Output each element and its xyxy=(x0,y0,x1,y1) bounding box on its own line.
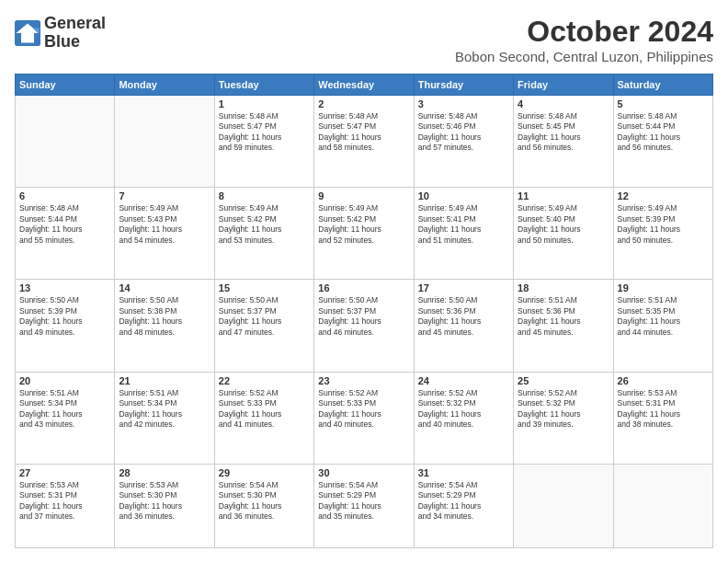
day-number: 27 xyxy=(19,467,110,478)
calendar-cell: 29Sunrise: 5:54 AM Sunset: 5:30 PM Dayli… xyxy=(214,464,313,547)
weekday-header-row: SundayMondayTuesdayWednesdayThursdayFrid… xyxy=(16,75,713,96)
day-info: Sunrise: 5:52 AM Sunset: 5:32 PM Dayligh… xyxy=(418,388,509,431)
day-info: Sunrise: 5:49 AM Sunset: 5:40 PM Dayligh… xyxy=(518,203,609,246)
day-info: Sunrise: 5:49 AM Sunset: 5:43 PM Dayligh… xyxy=(119,203,210,246)
weekday-header-sunday: Sunday xyxy=(16,75,115,96)
day-number: 24 xyxy=(418,375,509,386)
calendar-cell xyxy=(115,96,214,188)
day-info: Sunrise: 5:49 AM Sunset: 5:39 PM Dayligh… xyxy=(618,203,709,246)
day-info: Sunrise: 5:48 AM Sunset: 5:47 PM Dayligh… xyxy=(318,111,409,154)
calendar-cell: 1Sunrise: 5:48 AM Sunset: 5:47 PM Daylig… xyxy=(214,96,313,188)
calendar-week-1: 6Sunrise: 5:48 AM Sunset: 5:44 PM Daylig… xyxy=(16,188,713,280)
day-info: Sunrise: 5:52 AM Sunset: 5:33 PM Dayligh… xyxy=(318,388,409,431)
day-number: 8 xyxy=(219,190,310,201)
calendar-week-3: 20Sunrise: 5:51 AM Sunset: 5:34 PM Dayli… xyxy=(16,372,713,464)
day-number: 23 xyxy=(318,375,409,386)
logo-icon xyxy=(15,20,40,46)
calendar-cell: 9Sunrise: 5:49 AM Sunset: 5:42 PM Daylig… xyxy=(314,188,414,280)
calendar-cell: 6Sunrise: 5:48 AM Sunset: 5:44 PM Daylig… xyxy=(16,188,115,280)
header: General Blue October 2024 Bobon Second, … xyxy=(15,15,713,64)
calendar-cell: 5Sunrise: 5:48 AM Sunset: 5:44 PM Daylig… xyxy=(613,96,712,188)
day-info: Sunrise: 5:52 AM Sunset: 5:32 PM Dayligh… xyxy=(518,388,609,431)
location-title: Bobon Second, Central Luzon, Philippines xyxy=(455,49,713,64)
day-info: Sunrise: 5:50 AM Sunset: 5:37 PM Dayligh… xyxy=(318,295,409,338)
day-number: 28 xyxy=(119,467,210,478)
calendar-cell: 22Sunrise: 5:52 AM Sunset: 5:33 PM Dayli… xyxy=(214,372,313,464)
day-number: 7 xyxy=(119,190,210,201)
calendar-cell xyxy=(16,96,115,188)
calendar-cell: 7Sunrise: 5:49 AM Sunset: 5:43 PM Daylig… xyxy=(115,188,214,280)
day-number: 19 xyxy=(618,282,709,293)
calendar-cell: 21Sunrise: 5:51 AM Sunset: 5:34 PM Dayli… xyxy=(115,372,214,464)
calendar-cell: 18Sunrise: 5:51 AM Sunset: 5:36 PM Dayli… xyxy=(514,280,613,372)
day-number: 2 xyxy=(318,98,409,109)
day-info: Sunrise: 5:54 AM Sunset: 5:30 PM Dayligh… xyxy=(219,480,310,523)
day-number: 31 xyxy=(418,467,509,478)
logo: General Blue xyxy=(15,15,106,52)
weekday-header-wednesday: Wednesday xyxy=(314,75,414,96)
day-number: 1 xyxy=(219,98,310,109)
calendar-week-4: 27Sunrise: 5:53 AM Sunset: 5:31 PM Dayli… xyxy=(16,464,713,547)
day-info: Sunrise: 5:48 AM Sunset: 5:45 PM Dayligh… xyxy=(518,111,609,154)
day-number: 9 xyxy=(318,190,409,201)
weekday-header-friday: Friday xyxy=(514,75,613,96)
calendar-cell: 19Sunrise: 5:51 AM Sunset: 5:35 PM Dayli… xyxy=(613,280,712,372)
weekday-header-thursday: Thursday xyxy=(414,75,513,96)
calendar-week-2: 13Sunrise: 5:50 AM Sunset: 5:39 PM Dayli… xyxy=(16,280,713,372)
calendar-cell: 10Sunrise: 5:49 AM Sunset: 5:41 PM Dayli… xyxy=(414,188,513,280)
calendar-cell: 13Sunrise: 5:50 AM Sunset: 5:39 PM Dayli… xyxy=(16,280,115,372)
calendar-table: SundayMondayTuesdayWednesdayThursdayFrid… xyxy=(15,74,713,548)
day-number: 5 xyxy=(618,98,709,109)
page: General Blue October 2024 Bobon Second, … xyxy=(0,0,728,563)
weekday-header-saturday: Saturday xyxy=(613,75,712,96)
day-info: Sunrise: 5:49 AM Sunset: 5:41 PM Dayligh… xyxy=(418,203,509,246)
day-number: 17 xyxy=(418,282,509,293)
day-number: 11 xyxy=(518,190,609,201)
calendar-cell: 20Sunrise: 5:51 AM Sunset: 5:34 PM Dayli… xyxy=(16,372,115,464)
day-info: Sunrise: 5:48 AM Sunset: 5:46 PM Dayligh… xyxy=(418,111,509,154)
calendar-cell: 30Sunrise: 5:54 AM Sunset: 5:29 PM Dayli… xyxy=(314,464,414,547)
calendar-cell: 25Sunrise: 5:52 AM Sunset: 5:32 PM Dayli… xyxy=(514,372,613,464)
day-number: 13 xyxy=(19,282,110,293)
day-number: 4 xyxy=(518,98,609,109)
logo-line2: Blue xyxy=(44,33,106,52)
day-info: Sunrise: 5:51 AM Sunset: 5:36 PM Dayligh… xyxy=(518,295,609,338)
day-info: Sunrise: 5:48 AM Sunset: 5:44 PM Dayligh… xyxy=(19,203,110,246)
calendar-week-0: 1Sunrise: 5:48 AM Sunset: 5:47 PM Daylig… xyxy=(16,96,713,188)
day-info: Sunrise: 5:51 AM Sunset: 5:35 PM Dayligh… xyxy=(618,295,709,338)
logo-text: General Blue xyxy=(44,15,106,52)
day-info: Sunrise: 5:49 AM Sunset: 5:42 PM Dayligh… xyxy=(318,203,409,246)
calendar-cell: 16Sunrise: 5:50 AM Sunset: 5:37 PM Dayli… xyxy=(314,280,414,372)
calendar-cell: 14Sunrise: 5:50 AM Sunset: 5:38 PM Dayli… xyxy=(115,280,214,372)
calendar-cell: 2Sunrise: 5:48 AM Sunset: 5:47 PM Daylig… xyxy=(314,96,414,188)
calendar-cell: 8Sunrise: 5:49 AM Sunset: 5:42 PM Daylig… xyxy=(214,188,313,280)
day-number: 6 xyxy=(19,190,110,201)
calendar-cell: 31Sunrise: 5:54 AM Sunset: 5:29 PM Dayli… xyxy=(414,464,513,547)
day-number: 16 xyxy=(318,282,409,293)
calendar-cell: 26Sunrise: 5:53 AM Sunset: 5:31 PM Dayli… xyxy=(613,372,712,464)
calendar-cell: 23Sunrise: 5:52 AM Sunset: 5:33 PM Dayli… xyxy=(314,372,414,464)
day-number: 20 xyxy=(19,375,110,386)
logo-line1: General xyxy=(44,15,106,33)
calendar-cell xyxy=(514,464,613,547)
day-number: 3 xyxy=(418,98,509,109)
calendar-cell: 24Sunrise: 5:52 AM Sunset: 5:32 PM Dayli… xyxy=(414,372,513,464)
calendar-cell: 12Sunrise: 5:49 AM Sunset: 5:39 PM Dayli… xyxy=(613,188,712,280)
calendar-cell: 15Sunrise: 5:50 AM Sunset: 5:37 PM Dayli… xyxy=(214,280,313,372)
calendar-cell: 28Sunrise: 5:53 AM Sunset: 5:30 PM Dayli… xyxy=(115,464,214,547)
day-number: 26 xyxy=(618,375,709,386)
day-info: Sunrise: 5:53 AM Sunset: 5:30 PM Dayligh… xyxy=(119,480,210,523)
day-number: 10 xyxy=(418,190,509,201)
day-info: Sunrise: 5:50 AM Sunset: 5:38 PM Dayligh… xyxy=(119,295,210,338)
weekday-header-tuesday: Tuesday xyxy=(214,75,313,96)
day-info: Sunrise: 5:52 AM Sunset: 5:33 PM Dayligh… xyxy=(219,388,310,431)
day-number: 15 xyxy=(219,282,310,293)
day-info: Sunrise: 5:48 AM Sunset: 5:47 PM Dayligh… xyxy=(219,111,310,154)
day-info: Sunrise: 5:50 AM Sunset: 5:37 PM Dayligh… xyxy=(219,295,310,338)
day-info: Sunrise: 5:49 AM Sunset: 5:42 PM Dayligh… xyxy=(219,203,310,246)
calendar-cell: 27Sunrise: 5:53 AM Sunset: 5:31 PM Dayli… xyxy=(16,464,115,547)
day-number: 29 xyxy=(219,467,310,478)
day-info: Sunrise: 5:53 AM Sunset: 5:31 PM Dayligh… xyxy=(618,388,709,431)
header-right: October 2024 Bobon Second, Central Luzon… xyxy=(455,15,713,64)
day-number: 25 xyxy=(518,375,609,386)
